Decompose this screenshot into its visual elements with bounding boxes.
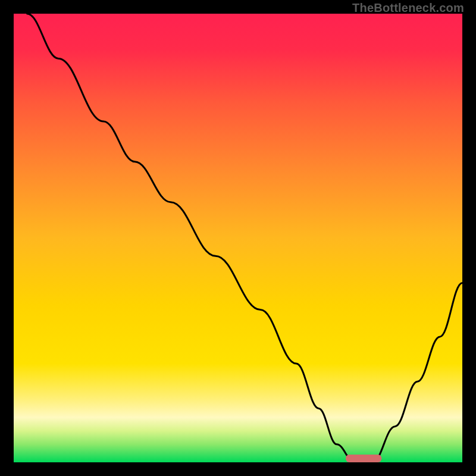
watermark-label: TheBottleneck.com — [352, 1, 464, 15]
chart-frame: TheBottleneck.com — [0, 0, 476, 476]
bottleneck-chart — [14, 14, 462, 462]
optimal-range-marker — [346, 455, 381, 462]
gradient-background — [14, 14, 462, 462]
plot-area — [14, 14, 462, 462]
